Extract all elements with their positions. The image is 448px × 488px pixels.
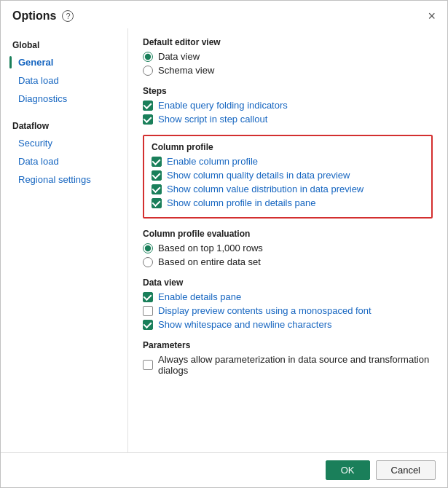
sidebar-item-security[interactable]: Security xyxy=(1,134,127,152)
section-data-view: Data view Enable details pane Display pr… xyxy=(143,278,433,330)
radio-item-top-1000: Based on top 1,000 rows xyxy=(143,243,433,253)
section-label-parameters: Parameters xyxy=(143,340,433,350)
section-column-profile: Column profile Enable column profile Sho… xyxy=(143,135,433,219)
ok-button[interactable]: OK xyxy=(326,460,370,480)
checkbox-col-quality[interactable] xyxy=(152,170,162,181)
sidebar: Global General Data load Diagnostics Dat… xyxy=(1,28,128,452)
radio-label-schema-view: Schema view xyxy=(158,65,214,76)
dialog-title: Options xyxy=(12,9,56,23)
checkbox-label-col-value-dist: Show column value distribution in data p… xyxy=(167,184,363,194)
checkbox-label-query-folding: Enable query folding indicators xyxy=(158,100,288,111)
radio-data-view[interactable] xyxy=(143,52,153,62)
section-label-data-view: Data view xyxy=(143,278,433,288)
radio-top-1000[interactable] xyxy=(143,243,153,253)
checkbox-item-enable-col-profile: Enable column profile xyxy=(152,156,424,167)
radio-entire-dataset[interactable] xyxy=(143,257,153,267)
section-default-editor-view: Default editor view Data view Schema vie… xyxy=(143,37,433,76)
checkbox-enable-details-pane[interactable] xyxy=(143,292,153,302)
radio-schema-view[interactable] xyxy=(143,66,153,76)
checkbox-item-whitespace: Show whitespace and newline characters xyxy=(143,319,433,330)
checkbox-label-parameterization: Always allow parameterization in data so… xyxy=(158,354,433,376)
section-label-editor-view: Default editor view xyxy=(143,37,433,47)
radio-item-data-view: Data view xyxy=(143,51,433,62)
checkbox-enable-col-profile[interactable] xyxy=(152,157,162,167)
sidebar-item-diagnostics[interactable]: Diagnostics xyxy=(1,90,127,108)
checkbox-label-whitespace: Show whitespace and newline characters xyxy=(158,319,331,330)
sidebar-item-data-load-df[interactable]: Data load xyxy=(1,152,127,170)
cancel-button[interactable]: Cancel xyxy=(376,460,436,480)
radio-label-entire-dataset: Based on entire data set xyxy=(158,256,261,267)
radio-item-entire-dataset: Based on entire data set xyxy=(143,256,433,267)
checkbox-query-folding[interactable] xyxy=(143,101,153,111)
close-icon[interactable]: × xyxy=(428,9,436,23)
checkbox-label-monospaced-font: Display preview contents using a monospa… xyxy=(158,305,372,316)
checkbox-item-query-folding: Enable query folding indicators xyxy=(143,100,433,111)
checkbox-item-parameterization: Always allow parameterization in data so… xyxy=(143,354,433,376)
help-icon[interactable]: ? xyxy=(62,10,74,22)
checkbox-label-col-quality: Show column quality details in data prev… xyxy=(167,170,350,181)
section-label-col-profile-eval: Column profile evaluation xyxy=(143,229,433,239)
dialog-header: Options ? × xyxy=(1,1,447,28)
sidebar-group-dataflow: Dataflow xyxy=(1,115,127,134)
checkbox-item-col-profile-details: Show column profile in details pane xyxy=(152,197,424,208)
dialog-footer: OK Cancel xyxy=(1,452,447,487)
radio-item-schema-view: Schema view xyxy=(143,65,433,76)
sidebar-group-global: Global xyxy=(1,34,127,53)
checkbox-label-script-step: Show script in step callout xyxy=(158,114,267,125)
dialog-body: Global General Data load Diagnostics Dat… xyxy=(1,28,447,452)
section-col-profile-eval: Column profile evaluation Based on top 1… xyxy=(143,229,433,267)
checkbox-whitespace[interactable] xyxy=(143,320,153,330)
checkbox-item-col-value-dist: Show column value distribution in data p… xyxy=(152,184,424,194)
sidebar-item-data-load[interactable]: Data load xyxy=(1,71,127,90)
sidebar-item-regional-settings[interactable]: Regional settings xyxy=(1,170,127,189)
checkbox-col-profile-details[interactable] xyxy=(152,198,162,208)
section-label-column-profile: Column profile xyxy=(152,142,424,152)
checkbox-label-enable-col-profile: Enable column profile xyxy=(167,156,258,167)
section-label-steps: Steps xyxy=(143,86,433,96)
checkbox-label-enable-details-pane: Enable details pane xyxy=(158,291,241,302)
checkbox-col-value-dist[interactable] xyxy=(152,184,162,194)
checkbox-item-enable-details-pane: Enable details pane xyxy=(143,291,433,302)
checkbox-monospaced-font[interactable] xyxy=(143,306,153,316)
checkbox-item-script-step: Show script in step callout xyxy=(143,114,433,125)
checkbox-parameterization[interactable] xyxy=(143,360,153,370)
checkbox-item-monospaced-font: Display preview contents using a monospa… xyxy=(143,305,433,316)
checkbox-label-col-profile-details: Show column profile in details pane xyxy=(167,197,316,208)
options-dialog: Options ? × Global General Data load Dia… xyxy=(0,0,448,488)
sidebar-item-general[interactable]: General xyxy=(1,53,127,71)
radio-label-top-1000: Based on top 1,000 rows xyxy=(158,243,263,253)
checkbox-script-step[interactable] xyxy=(143,114,153,125)
section-parameters: Parameters Always allow parameterization… xyxy=(143,340,433,376)
main-content: Default editor view Data view Schema vie… xyxy=(128,28,447,452)
radio-label-data-view: Data view xyxy=(158,51,200,62)
section-steps: Steps Enable query folding indicators Sh… xyxy=(143,86,433,125)
checkbox-item-col-quality: Show column quality details in data prev… xyxy=(152,170,424,181)
